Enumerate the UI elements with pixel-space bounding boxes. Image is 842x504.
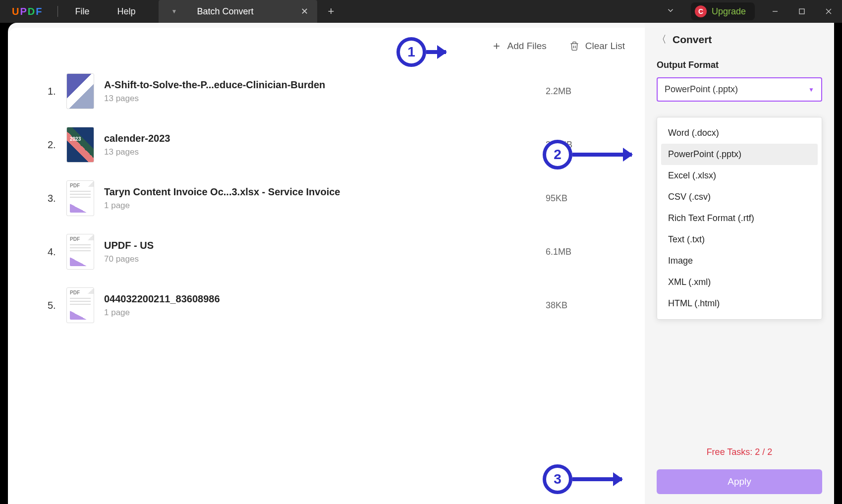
clear-list-label: Clear List (585, 41, 625, 52)
sidebar-title: Convert (673, 34, 712, 46)
title-bar: UPDF File Help ▼ Batch Convert ✕ + C Upg… (0, 0, 842, 23)
trash-icon (569, 41, 579, 51)
dropdown-option-xml[interactable]: XML (.xml) (661, 272, 818, 293)
tab-title: Batch Convert (197, 6, 298, 17)
file-size: 2.2MB (546, 86, 605, 97)
close-button[interactable] (815, 0, 842, 23)
plus-icon (492, 41, 502, 51)
tab-dropdown-icon[interactable]: ▼ (171, 8, 177, 15)
close-icon[interactable]: ✕ (299, 4, 310, 19)
dropdown-option-image[interactable]: Image (661, 250, 818, 272)
file-name: calender-2023 (104, 133, 546, 144)
dropdown-option-csv[interactable]: CSV (.csv) (661, 186, 818, 208)
file-name: A-Shift-to-Solve-the-P...educe-Clinician… (104, 79, 546, 91)
file-size: 6.1MB (546, 247, 605, 257)
dropdown-option-word[interactable]: Word (.docx) (661, 122, 818, 144)
file-pages: 13 pages (104, 147, 546, 157)
file-pages: 13 pages (104, 94, 546, 104)
file-info: calender-2023 13 pages (104, 133, 546, 157)
new-tab-button[interactable]: + (317, 5, 345, 18)
sidebar-back-button[interactable]: 〈 Convert (657, 33, 822, 46)
divider (57, 6, 58, 17)
app-logo: UPDF (0, 6, 55, 17)
file-thumbnail (66, 234, 94, 270)
list-item[interactable]: 1. A-Shift-to-Solve-the-P...educe-Clinic… (38, 64, 615, 118)
dropdown-option-excel[interactable]: Excel (.xlsx) (661, 165, 818, 186)
file-pages: 1 page (104, 201, 546, 211)
list-item[interactable]: 2. calender-2023 13 pages 306KB (38, 118, 615, 171)
dropdown-option-html[interactable]: HTML (.html) (661, 293, 818, 314)
apply-button[interactable]: Apply (657, 469, 822, 494)
file-info: Taryn Content Invoice Oc...3.xlsx - Serv… (104, 186, 546, 211)
file-name: UPDF - US (104, 240, 546, 251)
selected-format: PowerPoint (.pptx) (665, 84, 738, 95)
file-list: 1. A-Shift-to-Solve-the-P...educe-Clinic… (8, 59, 645, 337)
toolbar: Add Files Clear List (8, 28, 645, 59)
file-area: Add Files Clear List 1. A-Shift-to-Solve… (8, 28, 645, 504)
list-item[interactable]: 5. 044032200211_83608986 1 page 38KB (38, 279, 615, 332)
list-item[interactable]: 3. Taryn Content Invoice Oc...3.xlsx - S… (38, 171, 615, 225)
tab-batch-convert[interactable]: ▼ Batch Convert ✕ (159, 0, 317, 23)
file-thumbnail (66, 180, 94, 216)
chevron-down-icon[interactable] (657, 6, 684, 17)
row-number: 2. (48, 139, 61, 151)
add-files-label: Add Files (507, 41, 547, 52)
window-controls (762, 0, 842, 23)
main-area: Add Files Clear List 1. A-Shift-to-Solve… (8, 23, 834, 504)
upgrade-label: Upgrade (712, 6, 746, 17)
add-files-button[interactable]: Add Files (487, 38, 552, 55)
row-number: 3. (48, 193, 61, 204)
minimize-button[interactable] (762, 0, 788, 23)
dropdown-option-text[interactable]: Text (.txt) (661, 229, 818, 250)
file-pages: 1 page (104, 308, 546, 318)
row-number: 4. (48, 246, 61, 258)
convert-sidebar: 〈 Convert Output Format PowerPoint (.ppt… (645, 23, 834, 504)
file-name: 044032200211_83608986 (104, 293, 546, 305)
chevron-down-icon: ▼ (808, 86, 814, 93)
file-info: 044032200211_83608986 1 page (104, 293, 546, 318)
dropdown-option-powerpoint[interactable]: PowerPoint (.pptx) (661, 144, 818, 165)
maximize-button[interactable] (788, 0, 815, 23)
free-tasks-counter: Free Tasks: 2 / 2 (657, 447, 822, 457)
output-format-select[interactable]: PowerPoint (.pptx) ▼ (657, 77, 822, 102)
file-info: A-Shift-to-Solve-the-P...educe-Clinician… (104, 79, 546, 104)
format-dropdown: Word (.docx) PowerPoint (.pptx) Excel (.… (657, 117, 822, 320)
row-number: 1. (48, 86, 61, 97)
file-thumbnail (66, 73, 94, 109)
file-size: 38KB (546, 300, 605, 311)
svg-rect-1 (799, 9, 804, 14)
help-menu[interactable]: Help (103, 6, 149, 17)
file-menu[interactable]: File (61, 6, 103, 17)
file-thumbnail (66, 127, 94, 163)
file-thumbnail (66, 287, 94, 323)
list-item[interactable]: 4. UPDF - US 70 pages 6.1MB (38, 225, 615, 279)
output-format-label: Output Format (657, 60, 822, 70)
file-pages: 70 pages (104, 254, 546, 264)
dropdown-option-rtf[interactable]: Rich Text Format (.rtf) (661, 208, 818, 229)
file-name: Taryn Content Invoice Oc...3.xlsx - Serv… (104, 186, 546, 198)
file-size: 95KB (546, 193, 605, 204)
upgrade-button[interactable]: C Upgrade (691, 2, 755, 20)
row-number: 5. (48, 300, 61, 311)
file-info: UPDF - US 70 pages (104, 240, 546, 264)
chevron-left-icon: 〈 (657, 33, 667, 46)
file-size: 306KB (546, 140, 605, 150)
clear-list-button[interactable]: Clear List (564, 38, 630, 55)
avatar: C (695, 5, 707, 17)
